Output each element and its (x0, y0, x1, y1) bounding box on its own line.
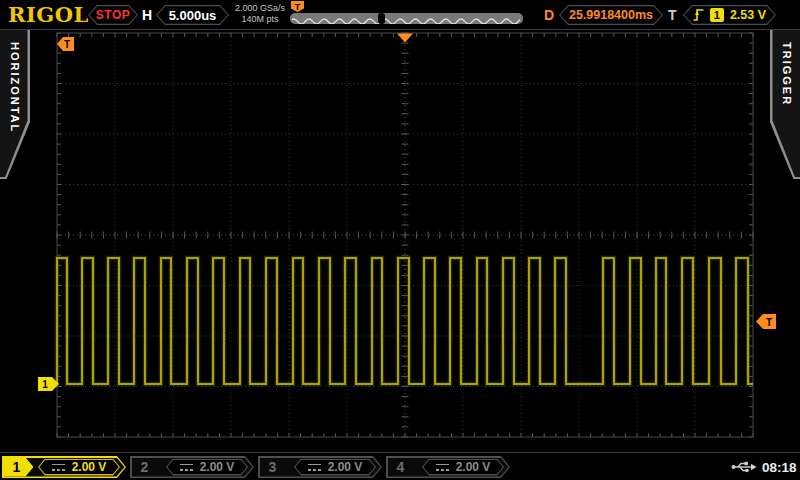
channel4-number: 4 (388, 458, 418, 477)
waveform-display: T T 1 (0, 0, 800, 480)
scale-content: 2.00 V (422, 459, 504, 476)
trigger-readout[interactable]: 1 2.53 V (683, 5, 776, 25)
memory-depth: 140M pts (231, 14, 289, 25)
delay-value: 25.9918400ms (559, 5, 663, 25)
clock: 08:18 (762, 456, 797, 478)
trigger-time-flag-label: T (64, 39, 70, 50)
channel1-scale: 2.00 V (72, 460, 107, 474)
acquisition-info: 2.000 GSa/s 140M pts (231, 3, 289, 25)
rigol-logo: RIGOL (8, 2, 89, 27)
top-status-bar: RIGOL STOP H 5.000us 2.000 GSa/s 140M pt… (0, 0, 800, 30)
trigger-level-flag-label: T (766, 317, 772, 328)
delay-readout[interactable]: 25.9918400ms (559, 5, 663, 25)
trigger-label: T (668, 0, 677, 29)
scale-content: 2.00 V (38, 459, 120, 476)
trigger-level-marker[interactable]: T (756, 314, 776, 329)
memory-window-marker (378, 13, 385, 24)
channel2-scale: 2.00 V (200, 460, 235, 474)
trigger-position-marker[interactable] (397, 34, 413, 43)
dc-coupling-icon (52, 464, 65, 471)
channel3-status[interactable]: 3 2.00 V (258, 456, 382, 478)
trigger-settings: 1 2.53 V (683, 5, 776, 25)
run-state-badge[interactable]: STOP (88, 5, 138, 25)
channel4-scale: 2.00 V (456, 460, 491, 474)
channel4-scale-box: 2.00 V (422, 459, 504, 476)
memory-position-bar (290, 13, 523, 24)
dc-coupling-icon (180, 464, 193, 471)
trigger-time-marker[interactable]: T (57, 37, 74, 51)
sample-rate: 2.000 GSa/s (231, 3, 289, 14)
horizontal-label: H (142, 0, 152, 29)
channel3-scale: 2.00 V (328, 460, 363, 474)
channel3-number: 3 (260, 458, 290, 477)
memory-trigger-flag-label: T (295, 2, 301, 12)
bottom-status-bar: 1 2.00 V 2 2.00 V 3 (0, 452, 800, 480)
timebase-readout[interactable]: 5.000us (156, 5, 229, 25)
usb-icon (731, 460, 757, 474)
channel2-status[interactable]: 2 2.00 V (130, 456, 254, 478)
channel1-flag-label: 1 (42, 379, 48, 390)
tab-horizontal-label: HORIZONTAL (9, 42, 21, 133)
delay-label: D (544, 0, 554, 29)
channel4-status[interactable]: 4 2.00 V (386, 456, 510, 478)
channel2-scale-box: 2.00 V (166, 459, 248, 476)
scale-content: 2.00 V (294, 459, 376, 476)
channel1-scale-box: 2.00 V (38, 459, 120, 476)
channel2-number: 2 (132, 458, 162, 477)
channel3-scale-box: 2.00 V (294, 459, 376, 476)
scale-content: 2.00 V (166, 459, 248, 476)
tab-trigger-label: TRIGGER (781, 42, 793, 106)
memory-trigger-flag: T (291, 1, 304, 12)
memory-waveform-squiggle (290, 16, 523, 24)
run-state-text: STOP (88, 5, 138, 25)
rising-edge-icon (693, 8, 704, 22)
dc-coupling-icon (308, 464, 321, 471)
dc-coupling-icon (436, 464, 449, 471)
trigger-level-value: 2.53 V (730, 8, 766, 22)
channel1-status[interactable]: 1 2.00 V (2, 456, 126, 478)
timebase-value: 5.000us (156, 5, 229, 25)
trigger-source-badge: 1 (710, 8, 724, 22)
